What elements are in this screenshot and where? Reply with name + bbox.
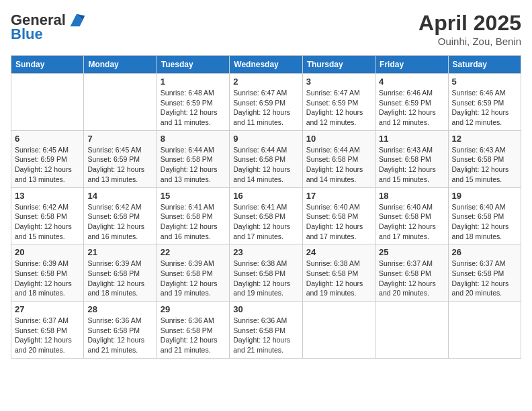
calendar-cell: 19Sunrise: 6:40 AM Sunset: 6:58 PM Dayli… (448, 187, 521, 244)
calendar-cell: 4Sunrise: 6:46 AM Sunset: 6:59 PM Daylig… (375, 74, 448, 131)
day-info: Sunrise: 6:40 AM Sunset: 6:58 PM Dayligh… (379, 202, 444, 242)
day-info: Sunrise: 6:41 AM Sunset: 6:58 PM Dayligh… (161, 202, 226, 242)
title-block: April 2025 Ouinhi, Zou, Benin (418, 11, 521, 47)
calendar-cell: 20Sunrise: 6:39 AM Sunset: 6:58 PM Dayli… (11, 244, 84, 302)
calendar-day-header: Monday (84, 56, 157, 74)
day-info: Sunrise: 6:47 AM Sunset: 6:59 PM Dayligh… (233, 88, 298, 128)
calendar-cell: 23Sunrise: 6:38 AM Sunset: 6:58 PM Dayli… (230, 244, 302, 302)
day-info: Sunrise: 6:37 AM Sunset: 6:58 PM Dayligh… (379, 259, 444, 298)
month-year-title: April 2025 (418, 11, 521, 36)
calendar-cell: 21Sunrise: 6:39 AM Sunset: 6:58 PM Dayli… (84, 244, 157, 302)
day-info: Sunrise: 6:46 AM Sunset: 6:59 PM Dayligh… (452, 88, 517, 128)
day-number: 18 (379, 191, 444, 201)
calendar-cell: 18Sunrise: 6:40 AM Sunset: 6:58 PM Dayli… (375, 187, 448, 244)
calendar-cell: 9Sunrise: 6:44 AM Sunset: 6:58 PM Daylig… (230, 130, 302, 187)
day-number: 17 (306, 191, 371, 201)
calendar-cell: 27Sunrise: 6:37 AM Sunset: 6:58 PM Dayli… (11, 302, 84, 359)
day-number: 5 (452, 77, 517, 87)
calendar-day-header: Saturday (448, 56, 521, 74)
day-number: 21 (87, 247, 152, 257)
day-number: 30 (233, 304, 298, 314)
calendar-cell: 16Sunrise: 6:41 AM Sunset: 6:58 PM Dayli… (230, 187, 302, 244)
day-number: 29 (161, 304, 226, 314)
calendar-cell: 24Sunrise: 6:38 AM Sunset: 6:58 PM Dayli… (302, 244, 375, 302)
day-info: Sunrise: 6:44 AM Sunset: 6:58 PM Dayligh… (306, 145, 371, 185)
calendar-cell: 8Sunrise: 6:44 AM Sunset: 6:58 PM Daylig… (157, 130, 229, 187)
calendar-cell: 5Sunrise: 6:46 AM Sunset: 6:59 PM Daylig… (448, 74, 521, 131)
day-number: 26 (452, 247, 517, 257)
day-number: 28 (87, 304, 152, 314)
day-info: Sunrise: 6:44 AM Sunset: 6:58 PM Dayligh… (161, 145, 226, 185)
calendar-week-row: 6Sunrise: 6:45 AM Sunset: 6:59 PM Daylig… (11, 130, 521, 187)
day-info: Sunrise: 6:43 AM Sunset: 6:58 PM Dayligh… (452, 145, 517, 185)
calendar-cell: 12Sunrise: 6:43 AM Sunset: 6:58 PM Dayli… (448, 130, 521, 187)
calendar-cell: 1Sunrise: 6:48 AM Sunset: 6:59 PM Daylig… (157, 74, 229, 131)
calendar-cell: 11Sunrise: 6:43 AM Sunset: 6:58 PM Dayli… (375, 130, 448, 187)
day-number: 20 (15, 247, 80, 257)
day-number: 27 (15, 304, 80, 314)
day-number: 7 (87, 134, 152, 144)
day-info: Sunrise: 6:42 AM Sunset: 6:58 PM Dayligh… (15, 202, 80, 242)
day-number: 9 (233, 134, 298, 144)
day-info: Sunrise: 6:36 AM Sunset: 6:58 PM Dayligh… (233, 316, 298, 355)
day-number: 11 (379, 134, 444, 144)
day-info: Sunrise: 6:37 AM Sunset: 6:58 PM Dayligh… (452, 259, 517, 298)
day-info: Sunrise: 6:36 AM Sunset: 6:58 PM Dayligh… (161, 316, 226, 355)
day-info: Sunrise: 6:43 AM Sunset: 6:58 PM Dayligh… (379, 145, 444, 185)
day-info: Sunrise: 6:48 AM Sunset: 6:59 PM Dayligh… (161, 88, 226, 128)
location-text: Ouinhi, Zou, Benin (418, 36, 521, 47)
calendar-day-header: Wednesday (230, 56, 302, 74)
calendar-cell: 13Sunrise: 6:42 AM Sunset: 6:58 PM Dayli… (11, 187, 84, 244)
day-number: 1 (161, 77, 226, 87)
day-number: 4 (379, 77, 444, 87)
calendar-week-row: 13Sunrise: 6:42 AM Sunset: 6:58 PM Dayli… (11, 187, 521, 244)
page-header: General Blue April 2025 Ouinhi, Zou, Ben… (11, 11, 521, 47)
day-number: 10 (306, 134, 371, 144)
day-info: Sunrise: 6:39 AM Sunset: 6:58 PM Dayligh… (87, 259, 152, 298)
day-info: Sunrise: 6:41 AM Sunset: 6:58 PM Dayligh… (233, 202, 298, 242)
day-number: 16 (233, 191, 298, 201)
calendar-cell: 26Sunrise: 6:37 AM Sunset: 6:58 PM Dayli… (448, 244, 521, 302)
day-number: 23 (233, 247, 298, 257)
day-number: 19 (452, 191, 517, 201)
calendar-cell (84, 74, 157, 131)
calendar-day-header: Sunday (11, 56, 84, 74)
calendar-table: SundayMondayTuesdayWednesdayThursdayFrid… (11, 55, 521, 359)
calendar-week-row: 27Sunrise: 6:37 AM Sunset: 6:58 PM Dayli… (11, 302, 521, 359)
calendar-cell (302, 302, 375, 359)
day-info: Sunrise: 6:38 AM Sunset: 6:58 PM Dayligh… (233, 259, 298, 298)
day-info: Sunrise: 6:45 AM Sunset: 6:59 PM Dayligh… (87, 145, 152, 185)
day-number: 12 (452, 134, 517, 144)
day-info: Sunrise: 6:47 AM Sunset: 6:59 PM Dayligh… (306, 88, 371, 128)
calendar-cell: 6Sunrise: 6:45 AM Sunset: 6:59 PM Daylig… (11, 130, 84, 187)
calendar-cell: 30Sunrise: 6:36 AM Sunset: 6:58 PM Dayli… (230, 302, 302, 359)
logo: General Blue (11, 11, 86, 42)
day-number: 15 (161, 191, 226, 201)
day-info: Sunrise: 6:45 AM Sunset: 6:59 PM Dayligh… (15, 145, 80, 185)
calendar-cell: 10Sunrise: 6:44 AM Sunset: 6:58 PM Dayli… (302, 130, 375, 187)
calendar-cell (448, 302, 521, 359)
calendar-cell: 17Sunrise: 6:40 AM Sunset: 6:58 PM Dayli… (302, 187, 375, 244)
calendar-cell: 7Sunrise: 6:45 AM Sunset: 6:59 PM Daylig… (84, 130, 157, 187)
day-number: 25 (379, 247, 444, 257)
calendar-header-row: SundayMondayTuesdayWednesdayThursdayFrid… (11, 56, 521, 74)
day-info: Sunrise: 6:40 AM Sunset: 6:58 PM Dayligh… (452, 202, 517, 242)
day-info: Sunrise: 6:36 AM Sunset: 6:58 PM Dayligh… (87, 316, 152, 355)
day-number: 13 (15, 191, 80, 201)
day-info: Sunrise: 6:38 AM Sunset: 6:58 PM Dayligh… (306, 259, 371, 298)
calendar-cell: 2Sunrise: 6:47 AM Sunset: 6:59 PM Daylig… (230, 74, 302, 131)
calendar-week-row: 1Sunrise: 6:48 AM Sunset: 6:59 PM Daylig… (11, 74, 521, 131)
day-number: 22 (161, 247, 226, 257)
calendar-cell: 3Sunrise: 6:47 AM Sunset: 6:59 PM Daylig… (302, 74, 375, 131)
day-number: 6 (15, 134, 80, 144)
logo-icon (67, 11, 86, 30)
calendar-cell (375, 302, 448, 359)
calendar-cell: 29Sunrise: 6:36 AM Sunset: 6:58 PM Dayli… (157, 302, 229, 359)
calendar-week-row: 20Sunrise: 6:39 AM Sunset: 6:58 PM Dayli… (11, 244, 521, 302)
calendar-cell: 14Sunrise: 6:42 AM Sunset: 6:58 PM Dayli… (84, 187, 157, 244)
day-info: Sunrise: 6:37 AM Sunset: 6:58 PM Dayligh… (15, 316, 80, 355)
day-number: 24 (306, 247, 371, 257)
calendar-cell: 28Sunrise: 6:36 AM Sunset: 6:58 PM Dayli… (84, 302, 157, 359)
day-number: 8 (161, 134, 226, 144)
day-info: Sunrise: 6:39 AM Sunset: 6:58 PM Dayligh… (161, 259, 226, 298)
